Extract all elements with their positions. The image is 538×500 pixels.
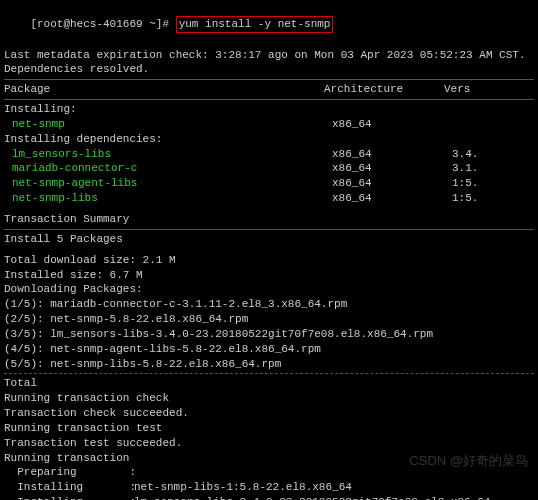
command-highlight: yum install -y net-snmp <box>176 16 334 33</box>
header-version: Vers <box>444 82 504 97</box>
step-value: lm_sensors-libs-3.4.0-23.20180522git70f7… <box>134 495 534 500</box>
step-label: Installing : <box>4 480 134 495</box>
tx-line: Running transaction check <box>4 391 534 406</box>
installing-deps-label: Installing dependencies: <box>4 132 534 147</box>
table-row: net-snmp-agent-libsx86_641:5. <box>4 176 534 191</box>
step-value <box>134 465 534 480</box>
step-label: Preparing : <box>4 465 134 480</box>
download-line: (2/5): net-snmp-5.8-22.el8.x86_64.rpm <box>4 312 534 327</box>
pkg-ver: 1:5. <box>452 191 512 206</box>
download-line: (5/5): net-snmp-libs-5.8-22.el8.x86_64.r… <box>4 357 534 372</box>
download-size: Total download size: 2.1 M <box>4 253 534 268</box>
pkg-name: mariadb-connector-c <box>4 161 332 176</box>
step-value: net-snmp-libs-1:5.8-22.el8.x86_64 <box>134 480 534 495</box>
installing-label: Installing: <box>4 102 534 117</box>
pkg-arch: x86_64 <box>332 117 452 132</box>
tx-line: Running transaction <box>4 451 534 466</box>
pkg-arch: x86_64 <box>332 191 452 206</box>
pkg-name: net-snmp <box>4 117 332 132</box>
pkg-ver: 1:5. <box>452 176 512 191</box>
step-label: Installing : <box>4 495 134 500</box>
tx-line: Transaction test succeeded. <box>4 436 534 451</box>
installed-size: Installed size: 6.7 M <box>4 268 534 283</box>
tx-line: Running transaction test <box>4 421 534 436</box>
pkg-ver: 3.4. <box>452 147 512 162</box>
pkg-ver: 3.1. <box>452 161 512 176</box>
terminal[interactable]: [root@hecs-401669 ~]# yum install -y net… <box>0 0 538 500</box>
step-row: Installing : lm_sensors-libs-3.4.0-23.20… <box>4 495 534 500</box>
pkg-arch: x86_64 <box>332 147 452 162</box>
header-package: Package <box>4 82 324 97</box>
deps-line: Dependencies resolved. <box>4 62 534 77</box>
table-row: mariadb-connector-cx86_643.1. <box>4 161 534 176</box>
divider <box>4 99 534 100</box>
step-row: Installing : net-snmp-libs-1:5.8-22.el8.… <box>4 480 534 495</box>
pkg-name: net-snmp-libs <box>4 191 332 206</box>
pkg-arch: x86_64 <box>332 161 452 176</box>
prompt-line: [root@hecs-401669 ~]# yum install -y net… <box>4 2 534 48</box>
tx-summary: Transaction Summary <box>4 212 534 227</box>
pkg-name: net-snmp-agent-libs <box>4 176 332 191</box>
table-row: net-snmp-libsx86_641:5. <box>4 191 534 206</box>
step-row: Preparing : <box>4 465 534 480</box>
tx-line: Transaction check succeeded. <box>4 406 534 421</box>
install-count: Install 5 Packages <box>4 232 534 247</box>
pkg-ver <box>452 117 512 132</box>
table-row: net-snmpx86_64 <box>4 117 534 132</box>
table-header: Package Architecture Vers <box>4 82 534 97</box>
pkg-arch: x86_64 <box>332 176 452 191</box>
divider-dashed <box>4 373 534 374</box>
prompt: [root@hecs-401669 ~]# <box>30 18 169 30</box>
divider <box>4 229 534 230</box>
downloading-label: Downloading Packages: <box>4 282 534 297</box>
download-line: (1/5): mariadb-connector-c-3.1.11-2.el8_… <box>4 297 534 312</box>
table-row: lm_sensors-libsx86_643.4. <box>4 147 534 162</box>
meta-line: Last metadata expiration check: 3:28:17 … <box>4 48 534 63</box>
download-line: (3/5): lm_sensors-libs-3.4.0-23.20180522… <box>4 327 534 342</box>
header-arch: Architecture <box>324 82 444 97</box>
download-line: (4/5): net-snmp-agent-libs-5.8-22.el8.x8… <box>4 342 534 357</box>
divider <box>4 79 534 80</box>
total-label: Total <box>4 376 534 391</box>
pkg-name: lm_sensors-libs <box>4 147 332 162</box>
